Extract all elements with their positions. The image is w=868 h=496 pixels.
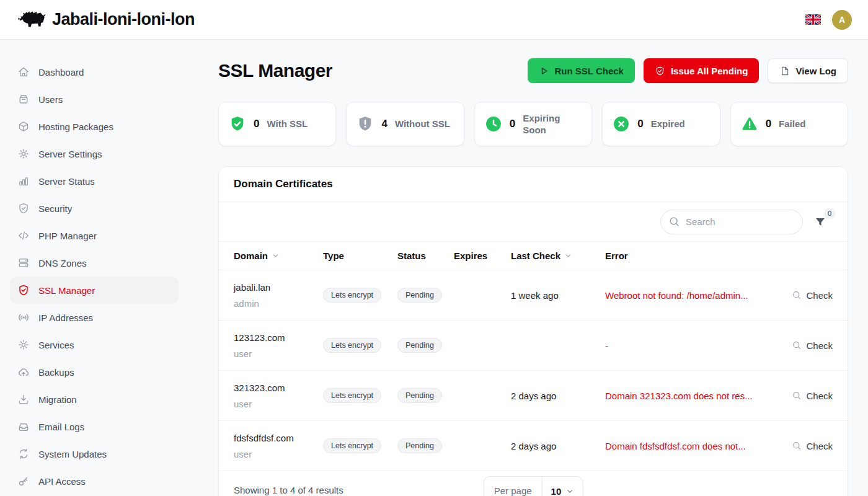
sidebar-item-server-settings[interactable]: Server Settings: [10, 140, 179, 167]
shield-check-icon: [655, 66, 665, 76]
issue-all-pending-button[interactable]: Issue All Pending: [644, 58, 759, 83]
shield-exclamation-icon: [356, 115, 374, 133]
language-selector[interactable]: [805, 14, 821, 25]
view-log-label: View Log: [795, 66, 836, 76]
per-page-control[interactable]: Per page 10: [484, 476, 583, 496]
stat-value: 4: [381, 118, 387, 130]
stat-label: Without SSL: [395, 118, 450, 130]
home-icon: [17, 66, 30, 78]
last-check-cell: 2 days ago: [511, 391, 605, 401]
domain-owner: user: [234, 449, 323, 459]
filter-button[interactable]: 0: [814, 216, 826, 228]
magnifier-icon: [792, 391, 802, 401]
domain-owner: user: [234, 348, 323, 359]
inbox-icon: [17, 420, 30, 433]
download-tray-icon: [17, 393, 30, 405]
column-label: Domain: [234, 250, 268, 261]
top-bar-right: A: [805, 10, 852, 30]
search-input[interactable]: [660, 210, 803, 234]
user-avatar[interactable]: A: [832, 10, 852, 30]
sidebar-item-ssl-manager[interactable]: SSL Manager: [10, 277, 179, 304]
run-ssl-check-button[interactable]: Run SSL Check: [528, 58, 635, 83]
type-cell: Lets encrypt: [323, 288, 397, 303]
column-header-last-check[interactable]: Last Check: [511, 250, 605, 261]
view-log-button[interactable]: View Log: [768, 58, 848, 83]
status-badge: Pending: [397, 288, 442, 303]
sidebar-item-label: Hosting Packages: [38, 122, 113, 132]
check-button[interactable]: Check: [792, 290, 833, 301]
uk-flag-icon: [805, 14, 821, 25]
table-header: Domain Type Status Expires Last Check: [219, 242, 848, 270]
column-header-error: Error: [605, 250, 764, 261]
check-button-label: Check: [806, 391, 833, 401]
shield-check-icon: [17, 284, 30, 296]
sidebar-item-ip-addresses[interactable]: IP Addresses: [10, 304, 179, 331]
column-label: Expires: [454, 250, 487, 261]
type-badge: Lets encrypt: [323, 438, 381, 453]
column-header-status: Status: [397, 250, 454, 261]
server-stack-icon: [17, 257, 30, 269]
sidebar-item-users[interactable]: Users: [10, 86, 179, 113]
domain-name: 321323.com: [234, 383, 323, 393]
gear-icon: [17, 148, 30, 160]
radio-waves-icon: [17, 311, 30, 324]
check-button[interactable]: Check: [792, 391, 833, 401]
search-icon: [668, 216, 680, 228]
gear-icon: [17, 339, 30, 351]
status-cell: Pending: [397, 438, 454, 453]
sidebar-item-api-access[interactable]: API Access: [10, 467, 179, 495]
check-button[interactable]: Check: [792, 340, 833, 351]
sidebar-item-hosting-packages[interactable]: Hosting Packages: [10, 113, 179, 140]
check-button[interactable]: Check: [792, 441, 833, 451]
sidebar-item-php-manager[interactable]: PHP Manager: [10, 222, 179, 249]
sidebar-item-label: Server Settings: [38, 149, 102, 159]
status-badge: Pending: [397, 438, 442, 453]
sidebar-item-services[interactable]: Services: [10, 331, 179, 358]
stats-row: 0 With SSL 4 Without SSL 0 Expiring Soon: [218, 102, 848, 146]
type-badge: Lets encrypt: [323, 388, 381, 403]
magnifier-icon: [792, 340, 802, 350]
stat-card-expiring-soon: 0 Expiring Soon: [474, 102, 592, 146]
per-page-select[interactable]: 10: [542, 486, 583, 496]
column-label: Error: [605, 250, 628, 261]
magnifier-icon: [792, 290, 802, 300]
sidebar-item-dashboard[interactable]: Dashboard: [10, 58, 179, 86]
column-header-domain[interactable]: Domain: [234, 250, 323, 261]
x-circle-icon: [613, 115, 630, 133]
top-bar: Jabali-loni-loni-lon A: [0, 0, 868, 40]
sidebar-item-label: Services: [38, 340, 74, 350]
key-icon: [17, 475, 30, 487]
table-row: jabali.lan admin Lets encrypt Pending 1 …: [219, 270, 848, 321]
chevron-down-icon: [272, 252, 280, 260]
table-row: 321323.com user Lets encrypt Pending 2 d…: [219, 371, 848, 421]
main-content: SSL Manager Run SSL Check Issue All Pend…: [188, 40, 868, 496]
clock-icon: [485, 115, 502, 133]
warning-triangle-icon: [741, 115, 758, 133]
sidebar-item-label: System Updates: [38, 449, 107, 459]
issue-all-pending-label: Issue All Pending: [671, 66, 748, 76]
refresh-icon: [17, 448, 30, 460]
sidebar-item-dns-zones[interactable]: DNS Zones: [10, 249, 179, 277]
domain-name: 123123.com: [234, 332, 323, 343]
table-footer: Showing 1 to 4 of 4 results Per page 10: [219, 471, 848, 496]
search-box: [660, 210, 803, 234]
cloud-upload-icon: [17, 366, 30, 378]
column-header-type: Type: [323, 250, 397, 261]
type-cell: Lets encrypt: [323, 338, 397, 353]
stat-value: 0: [254, 118, 259, 130]
sidebar-item-server-status[interactable]: Server Status: [10, 167, 179, 195]
sidebar-item-label: IP Addresses: [38, 312, 93, 323]
sidebar-item-system-updates[interactable]: System Updates: [10, 440, 179, 467]
sidebar-item-backups[interactable]: Backups: [10, 358, 179, 386]
sidebar-item-label: SSL Manager: [38, 285, 95, 296]
sidebar-item-migration[interactable]: Migration: [10, 386, 179, 413]
sidebar-item-email-logs[interactable]: Email Logs: [10, 413, 179, 440]
error-message: Webroot not found: /home/admin...: [605, 290, 764, 301]
stat-label: Expired: [651, 118, 685, 130]
stat-card-with-ssl: 0 With SSL: [218, 102, 336, 146]
filter-count-badge: 0: [824, 208, 835, 219]
page-title: SSL Manager: [218, 60, 332, 81]
sidebar-item-security[interactable]: Security: [10, 195, 179, 222]
sidebar-item-label: Dashboard: [38, 67, 84, 78]
document-icon: [779, 66, 790, 76]
